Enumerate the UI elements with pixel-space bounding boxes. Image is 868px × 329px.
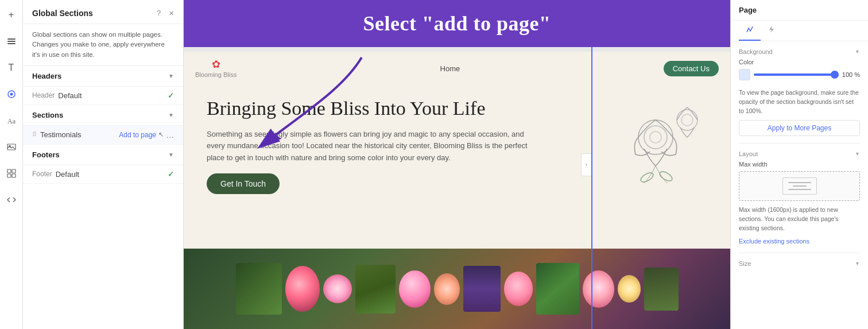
header-label: Header — [32, 91, 55, 99]
sections-group: Sections ▼ ⠿ Testimonials Add to page ↖ … — [23, 105, 183, 145]
color-swatch[interactable] — [739, 69, 750, 80]
svg-point-14 — [638, 120, 673, 154]
right-panel-body: Background ▼ Color 100 % To view the pag… — [731, 41, 868, 329]
exclude-existing-link[interactable]: Exclude existing sections — [739, 238, 860, 245]
testimonials-item: ⠿ Testimonials Add to page ↖ … — [23, 126, 183, 145]
preview-hero-title: Bringing Some Bliss Into Your Life — [207, 97, 540, 121]
color-swatch-row: 100 % — [739, 69, 860, 80]
text-icon[interactable]: T — [3, 60, 20, 76]
right-panel-title: Page — [739, 6, 757, 14]
divider-1 — [739, 143, 860, 144]
slider-value: 100 % — [842, 71, 860, 78]
sections-chevron: ▼ — [168, 112, 174, 118]
color-sublabel: Color — [739, 59, 860, 65]
max-width-box — [739, 171, 860, 201]
preview-photo-strip — [184, 249, 730, 329]
headers-group-header[interactable]: Headers ▼ — [23, 66, 183, 87]
preview-cta-button[interactable]: Contact Us — [664, 61, 719, 76]
divider-2 — [739, 253, 860, 253]
left-panel: Global Sections ? × Global sections can … — [23, 0, 184, 329]
max-width-sublabel: Max width — [739, 161, 860, 168]
cursor-icon: ↖ — [158, 131, 164, 138]
blocks-icon[interactable] — [3, 165, 20, 181]
tutorial-banner-text: Select "add to page" — [363, 12, 551, 35]
preview-hero-button[interactable]: Get In Touch — [207, 173, 280, 194]
svg-point-15 — [644, 126, 667, 149]
code-icon[interactable] — [3, 192, 20, 208]
logo-flower-icon: ✿ — [195, 59, 237, 71]
tab-lightning[interactable] — [761, 21, 782, 41]
size-prop: Size ▼ — [739, 260, 860, 267]
website-preview: ✿ Blooming Bliss Home Contact Us Bringin… — [184, 52, 730, 329]
close-icon[interactable]: × — [169, 8, 174, 18]
max-width-inner — [782, 177, 817, 195]
svg-rect-9 — [12, 169, 16, 173]
plus-icon[interactable]: + — [3, 7, 20, 23]
testimonials-label: Testimonials — [40, 130, 119, 139]
footers-group-header[interactable]: Footers ▼ — [23, 145, 183, 165]
footers-group: Footers ▼ Footer Default ✓ — [23, 145, 183, 184]
svg-text:Aa: Aa — [7, 117, 16, 125]
slider-thumb[interactable] — [831, 71, 839, 79]
layout-chevron: ▼ — [855, 151, 860, 157]
preview-logo: ✿ Blooming Bliss — [195, 59, 237, 79]
mw-line-short — [793, 185, 807, 187]
size-label: Size ▼ — [739, 260, 860, 267]
svg-rect-10 — [7, 174, 11, 177]
right-panel: Page Background ▼ Color — [730, 0, 868, 329]
sections-icon[interactable] — [3, 86, 20, 102]
panel-title: Global Sections — [32, 9, 93, 18]
preview-hero-text: Bringing Some Bliss Into Your Life Somet… — [207, 97, 540, 194]
footer-default-item: Footer Default ✓ — [23, 165, 183, 184]
svg-point-16 — [650, 131, 661, 143]
layers-icon[interactable] — [3, 33, 20, 49]
svg-point-19 — [677, 110, 698, 130]
right-panel-collapse-button[interactable]: › — [581, 153, 591, 176]
add-to-page-button[interactable]: Add to page — [119, 131, 156, 139]
preview-nav-links: Home — [440, 64, 460, 73]
apply-to-more-pages-button[interactable]: Apply to More Pages — [739, 120, 860, 136]
svg-rect-11 — [12, 174, 16, 177]
background-description: To view the page background, make sure t… — [739, 88, 860, 115]
svg-rect-8 — [7, 169, 11, 173]
canvas-area: Select "add to page" ✿ Blooming Bliss Ho… — [184, 0, 730, 329]
panel-header: Global Sections ? × — [23, 0, 183, 24]
svg-point-20 — [681, 114, 693, 126]
mw-line-long — [788, 182, 811, 183]
panel-header-icons: ? × — [157, 8, 174, 18]
footer-check-icon: ✓ — [168, 170, 174, 179]
sections-group-header[interactable]: Sections ▼ — [23, 105, 183, 126]
more-options-icon[interactable]: … — [166, 130, 174, 140]
opacity-slider: 100 % — [754, 71, 860, 78]
max-width-description: Max width (1600px) is applied to new sec… — [739, 206, 860, 233]
max-width-lines — [788, 182, 811, 190]
tab-style[interactable] — [739, 21, 761, 41]
headers-chevron: ▼ — [168, 73, 174, 79]
layout-label: Layout ▼ — [739, 150, 860, 157]
mw-line-long-2 — [788, 189, 811, 190]
footers-chevron: ▼ — [168, 152, 174, 158]
right-panel-header: Page — [731, 0, 868, 21]
footer-type: Default — [56, 170, 168, 179]
background-label: Background ▼ — [739, 48, 860, 55]
svg-point-18 — [658, 170, 674, 183]
image-icon[interactable] — [3, 139, 20, 155]
background-prop: Background ▼ Color 100 % — [739, 48, 860, 80]
panel-divider — [591, 0, 592, 329]
header-default-item: Header Default ✓ — [23, 87, 183, 105]
slider-track[interactable] — [754, 73, 839, 76]
svg-rect-2 — [7, 43, 16, 44]
panel-description: Global sections can show on multiple pag… — [23, 24, 183, 66]
preview-hero-image — [604, 97, 707, 189]
nav-home: Home — [440, 64, 460, 73]
footer-label: Footer — [32, 170, 52, 178]
size-chevron: ▼ — [855, 261, 860, 266]
font-icon[interactable]: Aa — [3, 113, 20, 129]
svg-rect-1 — [7, 41, 16, 42]
preview-nav: ✿ Blooming Bliss Home Contact Us — [184, 52, 730, 86]
right-panel-tabs — [731, 21, 868, 41]
help-icon[interactable]: ? — [157, 9, 161, 17]
headers-group: Headers ▼ Header Default ✓ — [23, 66, 183, 105]
svg-point-4 — [10, 93, 13, 96]
header-check-icon: ✓ — [168, 91, 174, 100]
